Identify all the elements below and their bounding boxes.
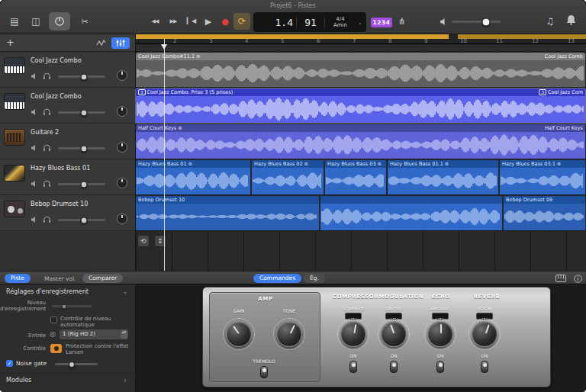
library-icon[interactable]: ▤ <box>6 14 23 29</box>
editor-scissors-icon[interactable]: ✂ <box>76 14 93 29</box>
tab-controls[interactable]: Commandes <box>253 274 301 283</box>
pan-knob[interactable] <box>117 70 127 81</box>
mute-icon[interactable] <box>31 144 40 153</box>
tremolo-switch[interactable] <box>260 366 268 378</box>
cycle-region[interactable] <box>136 34 449 39</box>
pan-knob[interactable] <box>117 214 127 224</box>
region-cool-jazz-combo[interactable]: Cool Jazz Combo#11.1 ⊕ Cool Jazz Comb <box>136 53 585 87</box>
track-row-1[interactable]: Cool Jazz Combo <box>0 52 136 88</box>
volume-thumb[interactable] <box>81 145 88 152</box>
mute-icon[interactable] <box>31 180 40 188</box>
smart-controls-button[interactable] <box>49 12 70 31</box>
mute-icon[interactable] <box>31 108 40 117</box>
compressor-switch[interactable] <box>349 361 357 373</box>
mute-icon[interactable] <box>31 72 40 81</box>
solo-headphones-icon[interactable] <box>43 180 53 188</box>
rewind-button[interactable]: ◀◀ <box>146 14 163 29</box>
add-track-button[interactable]: + <box>6 37 14 47</box>
region-half-court-keys[interactable]: Half Court Keys ⊕ Half Court Keys <box>136 124 585 159</box>
pan-knob[interactable] <box>117 106 127 117</box>
musical-typing-icon[interactable] <box>555 275 566 282</box>
track-display-button[interactable] <box>111 37 130 49</box>
auto-level-checkbox[interactable] <box>50 316 57 323</box>
reverb-switch[interactable] <box>481 361 488 373</box>
echo-switch[interactable] <box>436 361 444 373</box>
region-hazy-blues-bass-01-1[interactable]: Hazy Blues Bass 01.1⊕ <box>388 160 498 194</box>
chevron-right-icon[interactable]: › <box>124 377 127 384</box>
compare-button[interactable]: Comparer <box>82 274 123 283</box>
volume-thumb[interactable] <box>81 217 88 223</box>
solo-headphones-icon[interactable] <box>43 72 53 81</box>
smart-controls-area: AMP GAIN TONE TREMOLO COMPRESSOR MODULAT… <box>136 284 586 392</box>
notifications-bell-icon[interactable] <box>566 14 576 25</box>
volume-thumb[interactable] <box>81 109 88 116</box>
input-format-icon[interactable]: ◎ <box>50 331 56 338</box>
input-select[interactable]: 1 (Rig HD 2) ▴▾ <box>60 329 128 339</box>
region-hazy-blues-bass-02[interactable]: Hazy Blues Bass 02⊕ <box>252 160 324 194</box>
playhead-marker[interactable] <box>161 44 167 50</box>
region-hazy-blues-bass-03-1[interactable]: Hazy Blues Bass 03.1⊕ <box>500 160 585 194</box>
tab-master[interactable]: Master vol. <box>44 275 76 282</box>
cycle-button[interactable]: ⟳ <box>233 13 250 30</box>
track-volume-slider[interactable] <box>58 219 105 221</box>
take-badge[interactable]: 3 <box>138 89 146 95</box>
track-row-4[interactable]: Hazy Blues Bass 01 <box>0 159 136 195</box>
mute-icon[interactable] <box>31 216 40 224</box>
lcd-display[interactable]: 1.4 91 4/4 Amin ⌄ <box>253 12 366 32</box>
volume-thumb[interactable] <box>81 73 88 80</box>
track-volume-slider[interactable] <box>58 147 105 149</box>
tuning-fork-icon[interactable]: ⋔ <box>397 15 407 27</box>
track-row-2[interactable]: Cool Jazz Combo <box>0 88 136 124</box>
room-knob[interactable] <box>472 321 497 347</box>
monitor-badge[interactable] <box>50 344 62 353</box>
squeeze-knob[interactable] <box>340 321 366 347</box>
tone-knob[interactable] <box>276 321 302 347</box>
track-volume-slider[interactable] <box>58 183 105 185</box>
playhead[interactable] <box>164 39 165 271</box>
lcd-chevron-icon[interactable]: ⌄ <box>356 19 365 26</box>
region-hazy-blues-bass-03[interactable]: Hazy Blues Bass 03⊕ <box>325 160 386 194</box>
volume-thumb[interactable] <box>81 181 88 188</box>
pan-knob[interactable] <box>117 178 127 188</box>
track-row-3[interactable]: Guitare 2 <box>0 124 136 159</box>
time-ruler[interactable]: 2 3 4 5 6 7 8 9 10 11 12 13 <box>136 34 586 44</box>
go-to-beginning-button[interactable]: ▎◀ <box>183 14 200 29</box>
browser-icon[interactable]: ◫ <box>27 14 44 29</box>
stepper-icon[interactable]: ▴▾ <box>121 330 127 339</box>
solo-headphones-icon[interactable] <box>43 108 53 117</box>
region-hazy-blues-bass-01[interactable]: Hazy Blues Bass 01⊕ <box>136 160 250 194</box>
solo-headphones-icon[interactable] <box>43 144 53 153</box>
automation-icon[interactable] <box>96 39 106 47</box>
master-volume-thumb[interactable] <box>481 18 490 26</box>
master-volume-slider[interactable] <box>452 21 501 23</box>
pan-knob[interactable] <box>117 142 127 153</box>
cycle-region-2[interactable] <box>458 34 586 39</box>
noise-gate-checkbox[interactable]: ✓ <box>6 360 13 367</box>
amount-knob[interactable] <box>427 321 453 347</box>
play-button[interactable]: ▶ <box>200 14 217 29</box>
chevron-down-icon[interactable]: ⌄ <box>122 288 128 295</box>
track-volume-slider[interactable] <box>58 76 105 78</box>
count-in-badge[interactable]: 1234 <box>371 18 392 27</box>
noise-gate-thumb[interactable] <box>69 361 75 368</box>
record-level-slider[interactable] <box>52 305 92 307</box>
region-cool-jazz-combo-take[interactable]: 3 Cool Jazz Combo. Prise 3 (5 prises) 3C… <box>136 88 585 123</box>
record-button[interactable]: ● <box>217 14 233 29</box>
track-volume-slider[interactable] <box>58 111 105 114</box>
region-bebop-drumset-segment[interactable] <box>320 196 502 230</box>
modulation-switch[interactable] <box>390 361 398 373</box>
tab-eq[interactable]: Ég. <box>304 274 325 283</box>
loop-tool-icon[interactable]: ⟲ <box>137 235 150 247</box>
track-row-5[interactable]: Bebop Drumset 10 <box>0 195 136 231</box>
info-icon[interactable] <box>574 275 582 283</box>
solo-headphones-icon[interactable] <box>43 216 53 224</box>
record-level-thumb[interactable] <box>61 304 66 309</box>
forward-button[interactable]: ▶▶ <box>165 14 182 29</box>
region-bebop-drumset-09[interactable]: Bebop Drumset 09 <box>504 196 585 230</box>
loop-browser-icon[interactable]: ♫ <box>545 15 555 27</box>
tab-track[interactable]: Piste <box>5 274 31 283</box>
region-bebop-drumset-10[interactable]: Bebop Drumset 10 <box>136 196 319 230</box>
noise-gate-slider[interactable] <box>55 363 98 365</box>
depth-knob[interactable] <box>381 321 407 347</box>
gain-knob[interactable] <box>226 321 252 347</box>
